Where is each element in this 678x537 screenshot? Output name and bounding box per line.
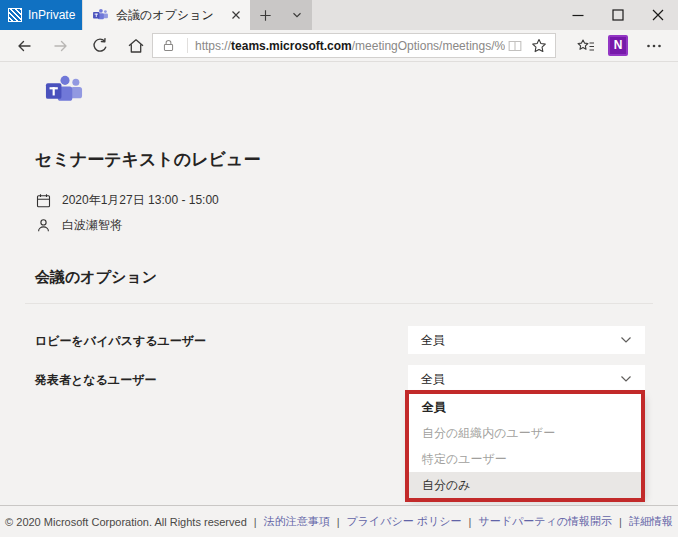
tab-meeting-options[interactable]: 会議のオプション (83, 0, 250, 30)
navigation-bar: https://teams.microsoft.com/meetingOptio… (0, 30, 678, 62)
refresh-button[interactable] (90, 36, 110, 56)
home-button[interactable] (126, 36, 146, 56)
copyright-text: © 2020 Microsoft Corporation. All Rights… (5, 516, 247, 528)
favorites-hub-icon[interactable] (576, 36, 596, 56)
forward-button[interactable] (51, 36, 71, 56)
footer-link-privacy[interactable]: プライバシー ポリシー (346, 514, 461, 529)
onenote-clipper-icon[interactable]: N (608, 35, 628, 55)
browser-window: InPrivate 会議のオプション (0, 0, 678, 537)
inprivate-badge: InPrivate (0, 0, 82, 30)
option-label-presenter: 発表者となるユーザー (35, 372, 156, 389)
inprivate-label: InPrivate (28, 8, 75, 22)
section-divider (25, 303, 653, 304)
dropdown-item-specific-users[interactable]: 特定のユーザー (409, 446, 645, 472)
page-content: セミナーテキストのレビュー 2020年1月27日 13:00 - 15:00 白… (0, 62, 678, 505)
lobby-bypass-value: 全員 (421, 332, 445, 349)
minimize-button[interactable] (558, 0, 598, 30)
url-text: https://teams.microsoft.com/meetingOptio… (195, 39, 505, 53)
presenter-dropdown-menu: 全員 自分の組織内のユーザー 特定のユーザー 自分のみ (409, 394, 645, 498)
window-controls (558, 0, 678, 30)
lock-icon (158, 36, 178, 56)
new-tab-button[interactable] (250, 0, 281, 30)
add-favorite-star-icon[interactable] (529, 36, 549, 56)
tab-list-chevron-icon[interactable] (281, 0, 312, 30)
page-footer: © 2020 Microsoft Corporation. All Rights… (0, 505, 678, 537)
inprivate-icon (8, 8, 22, 22)
chevron-down-icon (620, 375, 632, 383)
footer-separator: | (469, 516, 472, 528)
option-label-lobby-bypass: ロビーをバイパスするユーザー (35, 333, 206, 350)
meeting-organizer: 白波瀬智将 (62, 217, 122, 234)
tab-title: 会議のオプション (116, 7, 222, 24)
meeting-datetime-row: 2020年1月27日 13:00 - 15:00 (36, 192, 219, 209)
meeting-organizer-row: 白波瀬智将 (36, 217, 122, 234)
footer-link-thirdparty[interactable]: サードパーティの情報開示 (478, 514, 612, 529)
presenter-select[interactable]: 全員 (408, 365, 645, 393)
tab-strip-buttons (250, 0, 312, 30)
meeting-datetime: 2020年1月27日 13:00 - 15:00 (62, 192, 219, 209)
dropdown-item-org-users[interactable]: 自分の組織内のユーザー (409, 420, 645, 446)
footer-link-learnmore[interactable]: 詳細情報 (629, 514, 673, 529)
footer-link-legal[interactable]: 法的注意事項 (264, 514, 330, 529)
lobby-bypass-select[interactable]: 全員 (408, 326, 645, 354)
teams-favicon (92, 8, 109, 22)
back-button[interactable] (14, 36, 34, 56)
calendar-icon (36, 193, 51, 208)
more-options-icon[interactable] (644, 36, 664, 56)
maximize-button[interactable] (598, 0, 638, 30)
person-icon (36, 218, 51, 233)
address-divider (187, 38, 188, 53)
meeting-title: セミナーテキストのレビュー (35, 148, 260, 171)
chevron-down-icon (620, 336, 632, 344)
address-bar[interactable]: https://teams.microsoft.com/meetingOptio… (152, 33, 556, 58)
titlebar (312, 0, 558, 30)
reading-view-icon[interactable] (505, 36, 525, 56)
footer-separator: | (254, 516, 257, 528)
footer-separator: | (619, 516, 622, 528)
close-button[interactable] (638, 0, 678, 30)
dropdown-item-only-me[interactable]: 自分のみ (409, 472, 645, 498)
tab-bar: InPrivate 会議のオプション (0, 0, 678, 30)
presenter-value: 全員 (421, 371, 445, 388)
dropdown-item-everyone[interactable]: 全員 (409, 394, 645, 420)
footer-separator: | (337, 516, 340, 528)
tab-close-icon[interactable] (229, 8, 243, 22)
section-heading: 会議のオプション (35, 268, 157, 287)
teams-logo (43, 74, 85, 107)
